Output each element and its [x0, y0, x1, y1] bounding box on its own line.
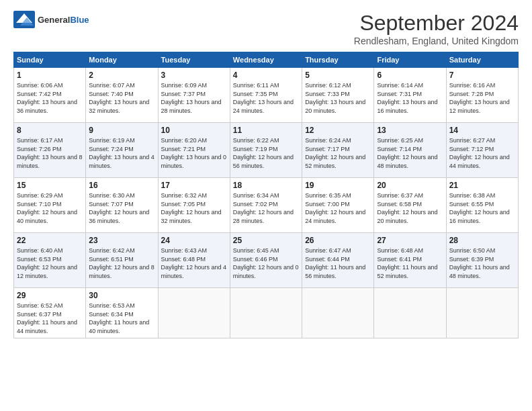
calendar-cell: 6Sunrise: 6:14 AMSunset: 7:31 PMDaylight… — [374, 68, 446, 123]
day-number: 9 — [89, 126, 154, 135]
calendar-cell: 30Sunrise: 6:53 AMSunset: 6:34 PMDayligh… — [86, 288, 158, 338]
logo-general: General — [38, 15, 70, 25]
calendar-cell: 24Sunrise: 6:43 AMSunset: 6:48 PMDayligh… — [158, 233, 230, 288]
day-number: 27 — [377, 236, 443, 245]
day-info: Sunrise: 6:40 AMSunset: 6:53 PMDaylight:… — [17, 246, 83, 280]
weekday-header-thursday: Thursday — [302, 52, 374, 68]
day-info: Sunrise: 6:38 AMSunset: 6:55 PMDaylight:… — [449, 191, 515, 225]
calendar-cell: 9Sunrise: 6:19 AMSunset: 7:24 PMDaylight… — [86, 123, 158, 178]
day-info: Sunrise: 6:35 AMSunset: 7:00 PMDaylight:… — [305, 191, 371, 225]
day-info: Sunrise: 6:48 AMSunset: 6:41 PMDaylight:… — [377, 246, 443, 280]
calendar-cell: 17Sunrise: 6:32 AMSunset: 7:05 PMDayligh… — [158, 178, 230, 233]
day-number: 26 — [305, 236, 371, 245]
day-info: Sunrise: 6:52 AMSunset: 6:37 PMDaylight:… — [17, 302, 83, 335]
day-info: Sunrise: 6:53 AMSunset: 6:34 PMDaylight:… — [89, 302, 154, 335]
day-number: 15 — [17, 181, 83, 190]
day-info: Sunrise: 6:06 AMSunset: 7:42 PMDaylight:… — [17, 81, 83, 115]
day-number: 8 — [17, 126, 83, 135]
day-number: 19 — [305, 181, 371, 190]
day-info: Sunrise: 6:42 AMSunset: 6:51 PMDaylight:… — [89, 246, 154, 280]
calendar-cell — [158, 288, 230, 338]
calendar-cell — [446, 288, 518, 338]
day-number: 5 — [305, 71, 371, 80]
day-number: 4 — [233, 71, 299, 80]
day-number: 3 — [161, 71, 227, 80]
day-number: 7 — [449, 71, 515, 80]
calendar-cell: 13Sunrise: 6:25 AMSunset: 7:14 PMDayligh… — [374, 123, 446, 178]
calendar-cell: 18Sunrise: 6:34 AMSunset: 7:02 PMDayligh… — [230, 178, 302, 233]
day-info: Sunrise: 6:11 AMSunset: 7:35 PMDaylight:… — [233, 81, 299, 115]
calendar-cell: 25Sunrise: 6:45 AMSunset: 6:46 PMDayligh… — [230, 233, 302, 288]
day-info: Sunrise: 6:12 AMSunset: 7:33 PMDaylight:… — [305, 81, 371, 115]
calendar-cell — [230, 288, 302, 338]
calendar-cell: 1Sunrise: 6:06 AMSunset: 7:42 PMDaylight… — [14, 68, 86, 123]
day-number: 10 — [161, 126, 227, 135]
day-info: Sunrise: 6:37 AMSunset: 6:58 PMDaylight:… — [377, 191, 443, 225]
calendar-cell: 26Sunrise: 6:47 AMSunset: 6:44 PMDayligh… — [302, 233, 374, 288]
day-info: Sunrise: 6:16 AMSunset: 7:28 PMDaylight:… — [449, 81, 515, 115]
day-info: Sunrise: 6:17 AMSunset: 7:26 PMDaylight:… — [17, 136, 83, 170]
calendar-cell: 8Sunrise: 6:17 AMSunset: 7:26 PMDaylight… — [14, 123, 86, 178]
day-info: Sunrise: 6:07 AMSunset: 7:40 PMDaylight:… — [89, 81, 154, 115]
calendar-cell: 19Sunrise: 6:35 AMSunset: 7:00 PMDayligh… — [302, 178, 374, 233]
calendar-cell: 16Sunrise: 6:30 AMSunset: 7:07 PMDayligh… — [86, 178, 158, 233]
day-info: Sunrise: 6:50 AMSunset: 6:39 PMDaylight:… — [449, 246, 515, 280]
calendar-cell: 29Sunrise: 6:52 AMSunset: 6:37 PMDayligh… — [14, 288, 86, 338]
day-info: Sunrise: 6:19 AMSunset: 7:24 PMDaylight:… — [89, 136, 154, 170]
day-info: Sunrise: 6:30 AMSunset: 7:07 PMDaylight:… — [89, 191, 154, 225]
calendar-cell: 12Sunrise: 6:24 AMSunset: 7:17 PMDayligh… — [302, 123, 374, 178]
day-number: 13 — [377, 126, 443, 135]
calendar-cell — [374, 288, 446, 338]
weekday-header-monday: Monday — [86, 52, 158, 68]
calendar-cell: 28Sunrise: 6:50 AMSunset: 6:39 PMDayligh… — [446, 233, 518, 288]
day-info: Sunrise: 6:43 AMSunset: 6:48 PMDaylight:… — [161, 246, 227, 280]
day-number: 21 — [449, 181, 515, 190]
day-number: 24 — [161, 236, 227, 245]
day-info: Sunrise: 6:34 AMSunset: 7:02 PMDaylight:… — [233, 191, 299, 225]
day-number: 11 — [233, 126, 299, 135]
calendar-cell: 11Sunrise: 6:22 AMSunset: 7:19 PMDayligh… — [230, 123, 302, 178]
day-number: 2 — [89, 71, 154, 80]
calendar-cell — [302, 288, 374, 338]
calendar-cell: 20Sunrise: 6:37 AMSunset: 6:58 PMDayligh… — [374, 178, 446, 233]
day-info: Sunrise: 6:09 AMSunset: 7:37 PMDaylight:… — [161, 81, 227, 115]
location-title: Rendlesham, England, United Kingdom — [354, 36, 519, 46]
month-title: September 2024 — [354, 11, 519, 36]
day-info: Sunrise: 6:22 AMSunset: 7:19 PMDaylight:… — [233, 136, 299, 170]
day-info: Sunrise: 6:24 AMSunset: 7:17 PMDaylight:… — [305, 136, 371, 170]
calendar-cell: 2Sunrise: 6:07 AMSunset: 7:40 PMDaylight… — [86, 68, 158, 123]
day-number: 20 — [377, 181, 443, 190]
calendar-cell: 23Sunrise: 6:42 AMSunset: 6:51 PMDayligh… — [86, 233, 158, 288]
day-number: 1 — [17, 71, 83, 80]
calendar: SundayMondayTuesdayWednesdayThursdayFrid… — [13, 52, 519, 338]
calendar-cell: 5Sunrise: 6:12 AMSunset: 7:33 PMDaylight… — [302, 68, 374, 123]
weekday-header-friday: Friday — [374, 52, 446, 68]
weekday-header-saturday: Saturday — [446, 52, 518, 68]
day-info: Sunrise: 6:47 AMSunset: 6:44 PMDaylight:… — [305, 246, 371, 280]
day-number: 12 — [305, 126, 371, 135]
calendar-cell: 3Sunrise: 6:09 AMSunset: 7:37 PMDaylight… — [158, 68, 230, 123]
day-number: 17 — [161, 181, 227, 190]
calendar-cell: 21Sunrise: 6:38 AMSunset: 6:55 PMDayligh… — [446, 178, 518, 233]
day-number: 14 — [449, 126, 515, 135]
day-number: 23 — [89, 236, 154, 245]
day-number: 16 — [89, 181, 154, 190]
day-info: Sunrise: 6:29 AMSunset: 7:10 PMDaylight:… — [17, 191, 83, 225]
day-number: 28 — [449, 236, 515, 245]
day-number: 22 — [17, 236, 83, 245]
logo-blue: Blue — [70, 15, 89, 25]
calendar-cell: 10Sunrise: 6:20 AMSunset: 7:21 PMDayligh… — [158, 123, 230, 178]
calendar-cell: 14Sunrise: 6:27 AMSunset: 7:12 PMDayligh… — [446, 123, 518, 178]
day-number: 29 — [17, 291, 83, 300]
weekday-header-sunday: Sunday — [14, 52, 86, 68]
day-number: 30 — [89, 291, 154, 300]
day-number: 25 — [233, 236, 299, 245]
weekday-header-wednesday: Wednesday — [230, 52, 302, 68]
calendar-cell: 7Sunrise: 6:16 AMSunset: 7:28 PMDaylight… — [446, 68, 518, 123]
calendar-cell: 22Sunrise: 6:40 AMSunset: 6:53 PMDayligh… — [14, 233, 86, 288]
calendar-cell: 4Sunrise: 6:11 AMSunset: 7:35 PMDaylight… — [230, 68, 302, 123]
weekday-header-tuesday: Tuesday — [158, 52, 230, 68]
calendar-cell: 15Sunrise: 6:29 AMSunset: 7:10 PMDayligh… — [14, 178, 86, 233]
calendar-cell: 27Sunrise: 6:48 AMSunset: 6:41 PMDayligh… — [374, 233, 446, 288]
day-info: Sunrise: 6:14 AMSunset: 7:31 PMDaylight:… — [377, 81, 443, 115]
